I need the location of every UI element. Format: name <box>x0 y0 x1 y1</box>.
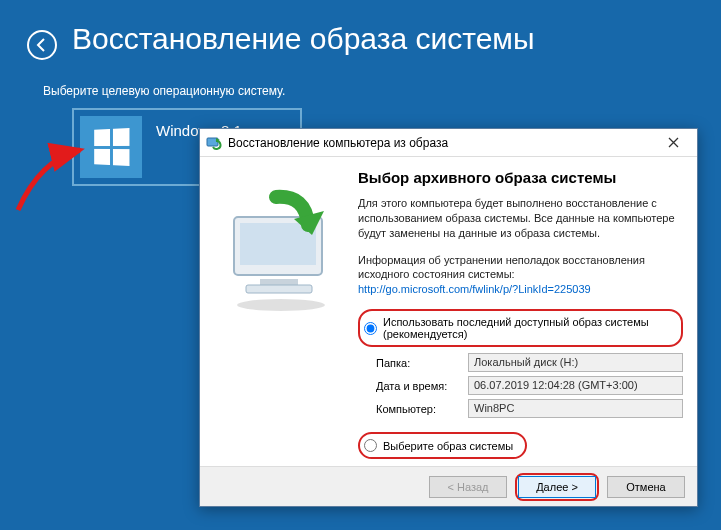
highlight-radio-select: Выберите образ системы <box>358 432 527 459</box>
radio-use-latest-input[interactable] <box>364 322 377 335</box>
arrow-left-icon <box>34 37 50 53</box>
datetime-value: 06.07.2019 12:04:28 (GMT+3:00) <box>468 376 683 395</box>
wizard-description: Для этого компьютера будет выполнено вос… <box>358 196 683 241</box>
next-button[interactable]: Далее > <box>518 476 596 498</box>
restore-icon <box>206 135 222 151</box>
radio-use-latest[interactable]: Использовать последний доступный образ с… <box>362 313 671 343</box>
folder-value: Локальный диск (H:) <box>468 353 683 372</box>
button-bar: < Назад Далее > Отмена <box>200 466 697 506</box>
wizard-heading: Выбор архивного образа системы <box>358 169 683 186</box>
page-subtitle: Выберите целевую операционную систему. <box>43 84 285 98</box>
datetime-label: Дата и время: <box>376 380 468 392</box>
radio-use-latest-label: Использовать последний доступный образ с… <box>383 316 669 340</box>
windows-logo-icon <box>80 116 142 178</box>
wizard-illustration <box>210 169 352 460</box>
radio-select-image[interactable]: Выберите образ системы <box>362 436 515 455</box>
folder-label: Папка: <box>376 357 468 369</box>
radio-select-image-input[interactable] <box>364 439 377 452</box>
titlebar: Восстановление компьютера из образа <box>200 129 697 157</box>
wizard-info: Информация об устранении неполадок восст… <box>358 253 683 298</box>
highlight-next-button: Далее > <box>515 473 599 501</box>
highlight-radio-latest: Использовать последний доступный образ с… <box>358 309 683 347</box>
svg-point-5 <box>237 299 325 311</box>
restore-dialog: Восстановление компьютера из образа Выбо… <box>199 128 698 507</box>
info-link[interactable]: http://go.microsoft.com/fwlink/p/?LinkId… <box>358 283 591 295</box>
dialog-title: Восстановление компьютера из образа <box>228 136 655 150</box>
close-icon <box>668 137 679 148</box>
radio-select-image-label: Выберите образ системы <box>383 440 513 452</box>
info-text: Информация об устранении неполадок восст… <box>358 254 645 281</box>
back-button-wizard: < Назад <box>429 476 507 498</box>
computer-label: Компьютер: <box>376 403 468 415</box>
latest-image-fields: Папка: Локальный диск (H:) Дата и время:… <box>376 353 683 422</box>
cancel-button[interactable]: Отмена <box>607 476 685 498</box>
page-title: Восстановление образа системы <box>72 22 535 56</box>
svg-rect-3 <box>260 279 298 285</box>
close-button[interactable] <box>655 134 691 151</box>
back-button[interactable] <box>27 30 57 60</box>
computer-value: Win8PC <box>468 399 683 418</box>
svg-rect-4 <box>246 285 312 293</box>
